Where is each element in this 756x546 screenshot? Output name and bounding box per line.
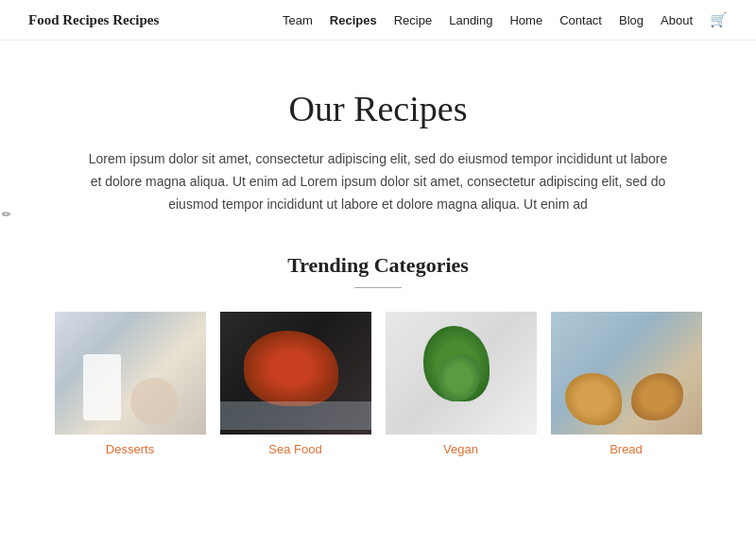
site-header: Food Recipes Recipes Team Recipes Recipe… xyxy=(0,0,756,41)
nav-home[interactable]: Home xyxy=(509,13,542,27)
cart-icon[interactable]: 🛒 xyxy=(710,11,728,28)
category-label-seafood: Sea Food xyxy=(268,442,321,456)
nav-blog[interactable]: Blog xyxy=(619,13,644,27)
nav-recipe[interactable]: Recipe xyxy=(394,13,432,27)
category-label-desserts: Desserts xyxy=(106,442,154,456)
hero-title: Our Recipes xyxy=(28,88,728,129)
nav-team[interactable]: Team xyxy=(283,13,313,27)
hero-description: Lorem ipsum dolor sit amet, consectetur … xyxy=(85,148,671,215)
trending-divider xyxy=(354,287,402,288)
category-card-seafood[interactable]: Sea Food xyxy=(220,312,371,456)
nav-about[interactable]: About xyxy=(661,13,693,27)
site-title: Food Recipes Recipes xyxy=(28,12,159,28)
category-card-vegan[interactable]: Vegan xyxy=(386,312,537,456)
categories-grid: Desserts Sea Food Vegan Bread xyxy=(28,312,728,456)
nav-recipes[interactable]: Recipes xyxy=(330,13,377,27)
main-content: Our Recipes Lorem ipsum dolor sit amet, … xyxy=(0,41,756,485)
category-image-vegan xyxy=(386,312,537,435)
category-image-desserts xyxy=(55,312,206,435)
nav-landing[interactable]: Landing xyxy=(449,13,492,27)
trending-section: Trending Categories Desserts Sea Food Ve… xyxy=(28,253,728,456)
trending-title: Trending Categories xyxy=(28,253,728,278)
nav-contact[interactable]: Contact xyxy=(559,13,602,27)
hero-section: Our Recipes Lorem ipsum dolor sit amet, … xyxy=(28,88,728,215)
main-nav: Team Recipes Recipe Landing Home Contact… xyxy=(283,11,728,28)
category-card-desserts[interactable]: Desserts xyxy=(55,312,206,456)
pencil-hint: ✏ xyxy=(2,208,11,222)
category-label-bread: Bread xyxy=(610,442,643,456)
category-image-seafood xyxy=(220,312,371,435)
category-label-vegan: Vegan xyxy=(443,442,478,456)
category-image-bread xyxy=(551,312,702,435)
category-card-bread[interactable]: Bread xyxy=(551,312,702,456)
